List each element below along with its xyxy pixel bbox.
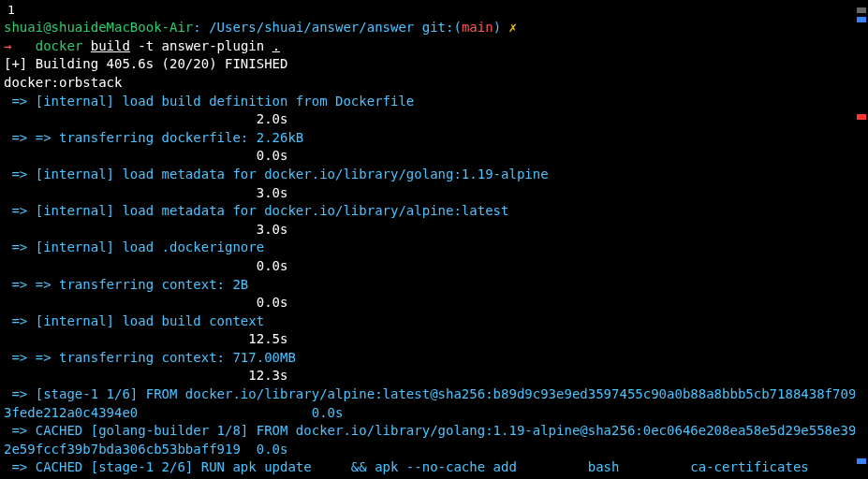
build-step: => => transferring dockerfile: 2.26kB [4, 129, 864, 148]
cmd-docker: docker [36, 38, 83, 53]
scroll-marker [857, 114, 866, 120]
scroll-marker [857, 17, 866, 22]
colon: : [193, 20, 209, 35]
dirty-mark: ✗ [509, 20, 517, 35]
line-number: 1 [4, 2, 864, 19]
git-close: ) [493, 20, 501, 35]
build-steps: => [internal] load build definition from… [4, 93, 864, 479]
scroll-marker [857, 458, 866, 464]
build-step: => [internal] load build definition from… [4, 93, 864, 111]
build-step: => => transferring context: 717.00MB [4, 349, 864, 368]
step-timing: 12.5s [4, 330, 864, 349]
build-step: => [internal] load build context [4, 312, 864, 331]
build-header: [+] Building 405.6s (20/20) FINISHED [4, 55, 864, 74]
step-timing: 2.0s [4, 110, 864, 129]
git-branch: main [462, 20, 493, 35]
scroll-marker [857, 7, 866, 13]
git-label: git:( [422, 20, 462, 35]
build-step: => => transferring context: 2B [4, 276, 864, 295]
build-step: => [internal] load .dockerignore [4, 239, 864, 257]
cmd-build: build [91, 38, 130, 53]
cmd-args: -t answer-plugin [130, 38, 272, 53]
scrollbar-track[interactable] [855, 0, 868, 479]
step-timing: 12.3s [4, 367, 864, 385]
step-timing: 3.0s [4, 184, 864, 203]
build-step: => [internal] load metadata for docker.i… [4, 202, 864, 221]
build-step: => CACHED [golang-builder 1/8] FROM dock… [4, 422, 864, 458]
step-timing: 0.0s [4, 147, 864, 166]
user-host: shuai@shuaideMacBook-Air [4, 20, 193, 35]
current-path: /Users/shuai/answer/answer [209, 20, 414, 35]
build-step: => CACHED [stage-1 2/6] RUN apk update &… [4, 458, 864, 479]
docker-context: docker:orbstack [4, 74, 864, 93]
cmd-dot: . [272, 38, 280, 53]
command-line[interactable]: → docker build -t answer-plugin . [4, 37, 864, 56]
step-timing: 0.0s [4, 294, 864, 312]
step-timing: 0.0s [4, 257, 864, 276]
shell-prompt: shuai@shuaideMacBook-Air: /Users/shuai/a… [4, 19, 864, 37]
build-step: => [internal] load metadata for docker.i… [4, 166, 864, 184]
build-step: => [stage-1 1/6] FROM docker.io/library/… [4, 385, 864, 422]
step-timing: 3.0s [4, 221, 864, 240]
